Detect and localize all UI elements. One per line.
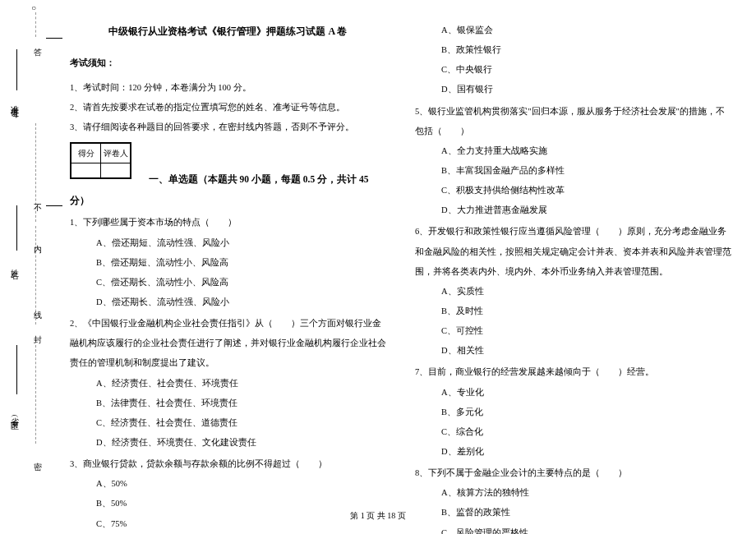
option: C、偿还期长、流动性小、风险高: [96, 273, 386, 292]
option: A、50%: [96, 474, 386, 494]
option: B、多元化: [441, 403, 731, 422]
option: B、丰富我国金融产品的多样性: [441, 161, 731, 181]
question-stem: 7、目前，商业银行的经营发展越来越倾向于（ ）经营。: [415, 362, 731, 382]
option: A、经济责任、社会责任、环境责任: [96, 374, 386, 394]
option: D、相关性: [441, 341, 731, 361]
grader-label: 评卷人: [101, 144, 131, 163]
side-province-label: 省（市区）: [8, 411, 20, 419]
side-name-label: 姓名: [8, 263, 20, 266]
side-underline: [16, 49, 17, 90]
option: A、核算方法的独特性: [441, 483, 731, 503]
score-cell: [71, 163, 101, 178]
dash-line: [35, 123, 36, 222]
option: A、银保监会: [441, 21, 731, 40]
option: B、政策性银行: [441, 40, 731, 60]
seal-char: 不: [31, 197, 43, 199]
option: D、国有银行: [441, 80, 731, 99]
option: D、大力推进普惠金融发展: [441, 200, 731, 220]
seal-char: 答: [31, 41, 43, 43]
notice-item: 2、请首先按要求在试卷的指定位置填写您的姓名、准考证号等信息。: [70, 98, 386, 117]
option: D、差别化: [441, 442, 731, 462]
option: C、经济责任、社会责任、道德责任: [96, 413, 386, 433]
dash-line: [35, 12, 36, 37]
option: C、中央银行: [441, 60, 731, 80]
option: A、全力支持重大战略实施: [441, 141, 731, 161]
page-footer: 第 1 页 共 18 页: [0, 510, 756, 522]
score-label: 得分: [71, 144, 101, 163]
option: B、偿还期短、流动性小、风险高: [96, 253, 386, 273]
side-underline: [16, 205, 17, 251]
question-stem: 6、开发银行和政策性银行应当遵循风险管理（ ）原则，充分考虑金融业务和金融风险的…: [415, 222, 731, 281]
left-column: 中级银行从业资格考试《银行管理》押题练习试题 A 卷 考试须知： 1、考试时间：…: [70, 21, 386, 534]
score-table: 得分 评卷人: [70, 142, 131, 179]
side-admission-label: 准考证号: [8, 99, 20, 105]
dash-line: [35, 226, 36, 325]
seal-char: 密: [31, 456, 43, 458]
circle-mark: ○: [31, 3, 36, 12]
option: C、可控性: [441, 321, 731, 341]
option: A、偿还期短、流动性强、风险小: [96, 233, 386, 253]
question-stem: 5、银行业监管机构贯彻落实"回归本源，服从服务于经济社会发展"的措施，不包括（ …: [415, 102, 731, 141]
notice-item: 3、请仔细阅读各种题目的回答要求，在密封线内答题，否则不予评分。: [70, 117, 386, 137]
option: A、实质性: [441, 282, 731, 302]
side-rule: [46, 38, 62, 39]
option: D、偿还期长、流动性强、风险小: [96, 292, 386, 312]
seal-char: 线: [31, 304, 43, 306]
grader-cell: [101, 163, 131, 178]
seal-char: 内: [31, 238, 43, 240]
right-column: A、银保监会 B、政策性银行 C、中央银行 D、国有银行 5、银行业监管机构贯彻…: [415, 21, 731, 534]
dash-line: [35, 345, 36, 444]
binding-sidebar: 省（市区） ○ 姓名 准考证号 密 封 线 内 不 答: [0, 0, 45, 534]
option: B、法律责任、社会责任、环境责任: [96, 394, 386, 413]
option: B、及时性: [441, 302, 731, 321]
side-rule: [46, 205, 62, 206]
question-stem: 2、《中国银行业金融机构企业社会责任指引》从（ ）三个方面对银行业金融机构应该履…: [70, 314, 386, 373]
notice-heading: 考试须知：: [70, 53, 386, 73]
question-stem: 1、下列哪些属于资本市场的特点（ ）: [70, 213, 386, 232]
exam-title: 中级银行从业资格考试《银行管理》押题练习试题 A 卷: [70, 21, 386, 44]
seal-char: 封: [31, 329, 43, 330]
question-stem: 8、下列不属于金融企业会计的主要特点的是（ ）: [415, 463, 731, 483]
question-stem: 3、商业银行贷款，贷款余额与存款余额的比例不得超过（ ）: [70, 454, 386, 474]
option: A、专业化: [441, 383, 731, 403]
notice-item: 1、考试时间：120 分钟，本卷满分为 100 分。: [70, 78, 386, 98]
option: C、风险管理的严格性: [441, 523, 731, 534]
option: D、经济责任、环境责任、文化建设责任: [96, 433, 386, 453]
option: C、综合化: [441, 422, 731, 442]
option: C、积极支持供给侧结构性改革: [441, 181, 731, 200]
side-underline: [16, 345, 17, 394]
